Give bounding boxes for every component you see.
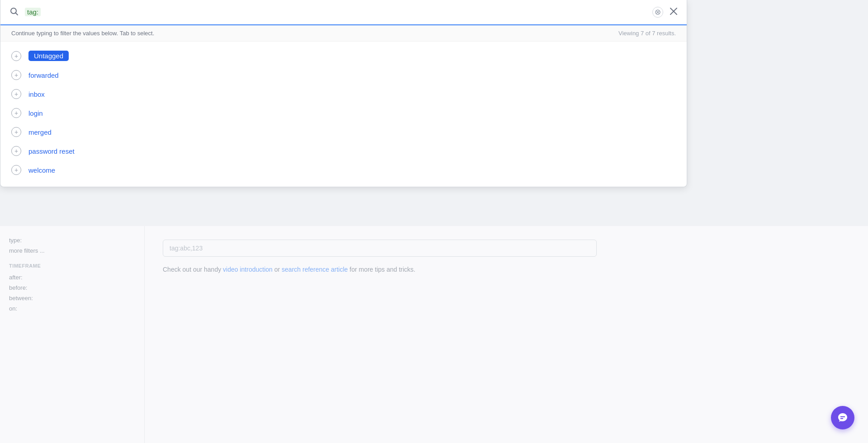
bg-type-filter: type: [9,235,135,245]
results-count: Viewing 7 of 7 results. [618,30,676,37]
hint-bar: Continue typing to filter the values bel… [0,25,687,42]
bg-on-filter: on: [9,303,135,314]
search-bar-container: tag: [0,0,687,25]
tag-item-forwarded[interactable]: + forwarded [0,66,687,85]
tag-label-welcome: welcome [28,166,55,174]
tag-item-inbox[interactable]: + inbox [0,85,687,104]
tag-label-password-reset: password reset [28,147,75,155]
background-sidebar: type: more filters ... TIMEFRAME after: … [0,226,145,443]
search-tag-chip: tag: [25,8,41,16]
plus-icon-password-reset: + [11,146,21,156]
hint-text: Continue typing to filter the values bel… [11,30,154,37]
bg-before-filter: before: [9,283,135,293]
tag-item-password-reset[interactable]: + password reset [0,141,687,160]
bg-between-filter: between: [9,293,135,303]
tag-label-untagged: Untagged [28,51,69,61]
bg-more-filters: more filters ... [9,245,135,256]
bg-hint-text: Check out our handy video introduction o… [163,266,850,273]
close-icon[interactable] [670,7,678,18]
tag-label-forwarded: forwarded [28,71,59,79]
tag-list: + Untagged + forwarded + inbox + login +… [0,42,687,187]
tag-item-untagged[interactable]: + Untagged [0,46,687,66]
search-ref-link[interactable]: search reference article [282,266,348,273]
plus-icon-inbox: + [11,89,21,99]
tag-item-welcome[interactable]: + welcome [0,160,687,179]
plus-icon-forwarded: + [11,70,21,80]
search-clear-buttons [652,7,678,18]
plus-icon-welcome: + [11,165,21,175]
search-dropdown: tag: Continue typing to filter the value… [0,0,687,187]
tag-label-inbox: inbox [28,90,45,98]
svg-line-1 [16,13,18,15]
search-icon [9,7,19,18]
tag-item-merged[interactable]: + merged [0,123,687,141]
plus-icon-login: + [11,108,21,118]
tag-label-login: login [28,109,43,117]
search-input[interactable]: tag: [25,8,648,17]
bg-timeframe-section: TIMEFRAME [9,263,135,269]
tag-item-login[interactable]: + login [0,104,687,123]
bg-search-bar: tag:abc,123 [163,240,597,257]
chat-support-button[interactable] [831,406,854,429]
plus-icon-merged: + [11,127,21,137]
plus-icon-untagged: + [11,51,21,61]
video-intro-link[interactable]: video introduction [223,266,273,273]
clear-icon[interactable] [652,7,663,18]
bg-after-filter: after: [9,272,135,283]
tag-label-merged: merged [28,128,52,136]
background-main: tag:abc,123 Check out our handy video in… [145,226,868,443]
